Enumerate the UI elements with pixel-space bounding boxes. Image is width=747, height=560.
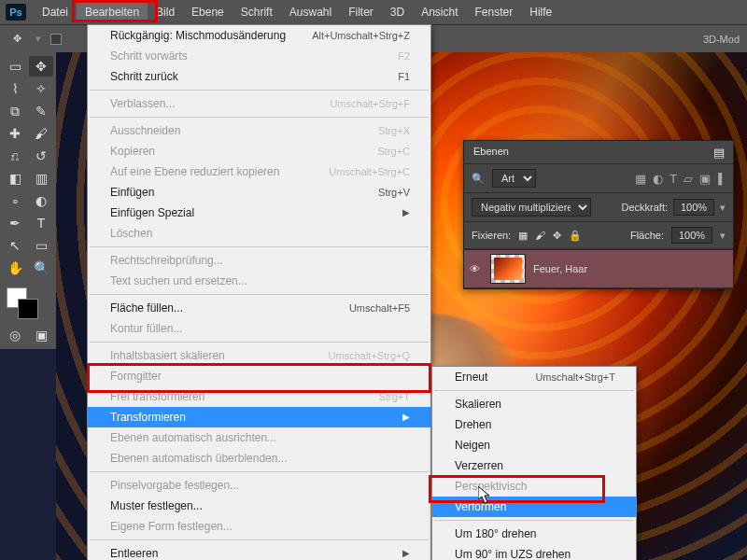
type-tool-icon[interactable]: T (29, 213, 53, 233)
edit-menu-item[interactable]: EinfügenStrg+V (88, 182, 430, 203)
color-swatch[interactable] (3, 286, 53, 319)
lock-label: Fixieren: (472, 230, 511, 241)
edit-menu-item: Eigene Form festlegen... (88, 516, 430, 537)
panel-title: Ebenen (473, 146, 509, 160)
layer-row[interactable]: 👁 Feuer, Haar (464, 249, 733, 288)
menu-filter[interactable]: Filter (340, 2, 382, 22)
edit-menu-item: Verblassen...Umschalt+Strg+F (88, 93, 430, 114)
transform-menu-item[interactable]: Drehen (432, 414, 636, 435)
search-icon: 🔍 (472, 173, 485, 185)
filter-type-icon[interactable]: T (669, 172, 677, 186)
checkbox[interactable] (50, 34, 62, 45)
eraser-tool-icon[interactable]: ◧ (3, 168, 27, 189)
menu-auswahl[interactable]: Auswahl (281, 2, 340, 22)
path-tool-icon[interactable]: ↖ (3, 235, 27, 256)
edit-menu-item: KopierenStrg+C (88, 141, 430, 161)
dropdown-icon[interactable]: ▾ (720, 202, 726, 214)
gradient-tool-icon[interactable]: ▥ (29, 168, 53, 189)
move-tool-icon: ✥ (7, 30, 26, 49)
zoom-tool-icon[interactable]: 🔍 (29, 258, 53, 278)
pen-tool-icon[interactable]: ✒ (3, 213, 27, 233)
menu-bearbeiten[interactable]: Bearbeiten (77, 2, 148, 22)
menu-schrift[interactable]: Schrift (233, 2, 281, 22)
transform-menu-item[interactable]: Um 90° im UZS drehen (432, 544, 636, 560)
lock-trans-icon[interactable]: ▦ (518, 230, 528, 242)
menu-datei[interactable]: Datei (34, 2, 77, 22)
layers-panel: Ebenen ▤ 🔍 Art ▦ ◐ T ▱ ▣ ▌ Negativ multi… (463, 140, 734, 289)
dodge-tool-icon[interactable]: ◐ (29, 190, 53, 211)
edit-menu-item: Pinselvorgabe festlegen... (88, 475, 430, 496)
transform-menu-item[interactable]: Skalieren (432, 394, 636, 414)
quickmask-icon[interactable]: ◎ (3, 325, 27, 345)
edit-menu-item: Formgitter (88, 366, 430, 386)
history-brush-icon[interactable]: ↺ (29, 146, 53, 166)
shape-tool-icon[interactable]: ▭ (29, 235, 53, 256)
hand-tool-icon[interactable]: ✋ (3, 258, 27, 278)
stamp-tool-icon[interactable]: ⎌ (3, 146, 27, 166)
edit-menu-item: Text suchen und ersetzen... (88, 271, 430, 291)
fill-value[interactable]: 100% (671, 227, 712, 244)
edit-menu-item: Inhaltsbasiert skalierenUmschalt+Strg+Q (88, 345, 430, 366)
transform-menu-item: Perspektivisch (432, 476, 636, 497)
filter-shape-icon[interactable]: ▱ (684, 172, 693, 186)
lock-paint-icon[interactable]: 🖌 (535, 230, 545, 241)
panel-menu-icon[interactable]: ▤ (713, 146, 724, 160)
filter-smart-icon[interactable]: ▣ (699, 172, 711, 186)
eyedropper-tool-icon[interactable]: ✎ (29, 101, 53, 121)
fill-label: Fläche: (630, 230, 664, 241)
menu-3d[interactable]: 3D (382, 2, 413, 22)
filter-adjust-icon[interactable]: ◐ (653, 172, 663, 186)
screenmode-icon[interactable]: ▣ (29, 325, 53, 345)
transform-menu-item[interactable]: Verformen (432, 497, 636, 517)
edit-menu-item[interactable]: Einfügen Spezial▶ (88, 203, 430, 223)
menu-bild[interactable]: Bild (148, 2, 183, 22)
menubar: Ps Datei Bearbeiten Bild Ebene Schrift A… (0, 0, 747, 24)
lock-all-icon[interactable]: 🔒 (569, 230, 582, 242)
menu-fenster[interactable]: Fenster (467, 2, 522, 22)
marquee-tool-icon[interactable]: ▭ (3, 56, 27, 77)
transform-menu-item[interactable]: Um 180° drehen (432, 524, 636, 544)
filter-select[interactable]: Art (492, 169, 536, 188)
opacity-value[interactable]: 100% (673, 199, 714, 216)
3d-mode-label: 3D-Mod (703, 34, 740, 45)
layer-name[interactable]: Feuer, Haar (533, 263, 587, 274)
blend-mode-select[interactable]: Negativ multiplizieren (472, 198, 591, 217)
lock-pos-icon[interactable]: ✥ (553, 230, 561, 242)
edit-menu-item[interactable]: Transformieren▶ (88, 407, 430, 427)
blur-tool-icon[interactable]: ∘ (3, 190, 27, 211)
edit-menu-item: Rechtschreibprüfung... (88, 250, 430, 271)
tool-column: ▭ ✥ ⌇ ✧ ⧉ ✎ ✚ 🖌 ⎌ ↺ ◧ ▥ ∘ ◐ ✒ T ↖ ▭ ✋ 🔍 … (0, 52, 56, 349)
wand-tool-icon[interactable]: ✧ (29, 78, 53, 99)
transform-menu-item[interactable]: Verzerren (432, 455, 636, 476)
edit-menu: Rückgängig: MischmodusänderungAlt+Umscha… (87, 24, 431, 560)
lasso-tool-icon[interactable]: ⌇ (3, 78, 27, 99)
transform-submenu: ErneutUmschalt+Strg+TSkalierenDrehenNeig… (431, 366, 637, 560)
edit-menu-item: Auf eine Ebene reduziert kopierenUmschal… (88, 161, 430, 182)
filter-pixel-icon[interactable]: ▦ (635, 172, 646, 186)
app-logo: Ps (6, 4, 26, 21)
menu-hilfe[interactable]: Hilfe (521, 2, 560, 22)
edit-menu-item: Löschen (88, 223, 430, 244)
edit-menu-item[interactable]: Entleeren▶ (88, 543, 430, 560)
transform-menu-item[interactable]: ErneutUmschalt+Strg+T (432, 367, 636, 387)
edit-menu-item: Ebenen automatisch überblenden... (88, 448, 430, 469)
filter-toggle-icon[interactable]: ▌ (718, 173, 726, 184)
edit-menu-item[interactable]: Muster festlegen... (88, 496, 430, 516)
heal-tool-icon[interactable]: ✚ (3, 123, 27, 144)
visibility-icon[interactable]: 👁 (470, 263, 483, 274)
transform-menu-item[interactable]: Neigen (432, 435, 636, 455)
edit-menu-item[interactable]: Schritt zurückF1 (88, 66, 430, 87)
edit-menu-item[interactable]: Rückgängig: MischmodusänderungAlt+Umscha… (88, 25, 430, 46)
edit-menu-item: Schritt vorwärtsF2 (88, 46, 430, 66)
dropdown-icon[interactable]: ▾ (720, 230, 726, 242)
edit-menu-item: Kontur füllen... (88, 318, 430, 339)
brush-tool-icon[interactable]: 🖌 (29, 123, 53, 144)
menu-ansicht[interactable]: Ansicht (413, 2, 466, 22)
crop-tool-icon[interactable]: ⧉ (3, 101, 27, 121)
move-tool-icon[interactable]: ✥ (29, 56, 53, 77)
edit-menu-item[interactable]: Fläche füllen...Umschalt+F5 (88, 298, 430, 318)
menu-ebene[interactable]: Ebene (183, 2, 233, 22)
layer-thumbnail[interactable] (490, 254, 526, 284)
opacity-label: Deckkraft: (621, 202, 668, 213)
edit-menu-item: AusschneidenStrg+X (88, 120, 430, 141)
